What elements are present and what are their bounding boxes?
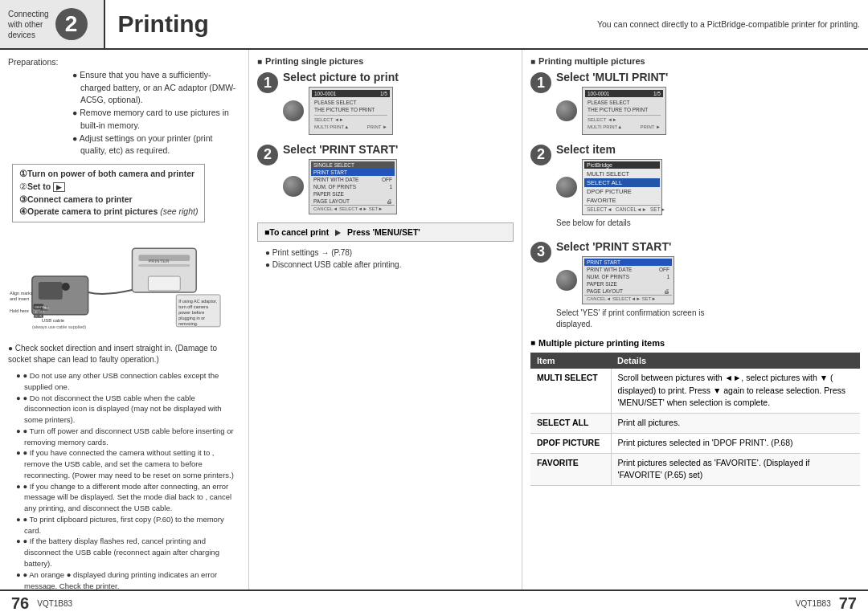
- page-number-right: 77: [839, 594, 857, 613]
- mid-note-0: ● Print settings → (P.78): [265, 247, 514, 259]
- right-screen-3-footer: CANCEL◄ SELECT◄► SET►: [584, 295, 672, 302]
- screen-2-item-5: PAGE LAYOUT🖨: [311, 198, 395, 205]
- svg-text:turn off camera: turn off camera: [178, 304, 209, 309]
- svg-text:If using AC adaptor,: If using AC adaptor,: [178, 299, 217, 304]
- right-step-2: 2 Select item PictBridge MULTI SELECT SE…: [530, 143, 860, 232]
- right-step-2-visual: PictBridge MULTI SELECT SELECT ALL DPOF …: [556, 159, 860, 215]
- table-cell-item-3: FAVORITE: [530, 453, 611, 486]
- menu-item-favorite: FAVORITE: [584, 196, 660, 205]
- right-screen-3-item-3: PAPER SIZE: [584, 280, 672, 288]
- right-screen-3-item-2: NUM. OF PRINTS1: [584, 273, 672, 280]
- main-content: Preparations: Ensure that you have a suf…: [0, 50, 868, 589]
- header-description: You can connect directly to a PictBridge…: [589, 0, 868, 48]
- screen-2-item-1: PRINT START: [311, 169, 395, 176]
- svg-text:removing.: removing.: [178, 321, 198, 326]
- page-title: Printing: [105, 0, 222, 48]
- table-cell-item-2: DPOF PICTURE: [530, 433, 611, 453]
- prep-item-2: Remove memory card to use pictures in bu…: [72, 107, 240, 133]
- menu-item-select-all: SELECT ALL: [584, 178, 660, 187]
- camera-svg: PRINTER USB If using AC adaptor, turn of…: [8, 232, 240, 337]
- table-cell-detail-3: Print pictures selected as 'FAVORITE'. (…: [611, 453, 860, 486]
- svg-text:Hold here: Hold here: [10, 308, 29, 313]
- right-step-3: 3 Select 'PRINT START' PRINT START PRINT…: [530, 240, 860, 330]
- table-cell-detail-1: Print all pictures.: [611, 414, 860, 434]
- step-1-visual: 100-00011/5 PLEASE SELECT THE PICTURE TO…: [283, 87, 514, 135]
- right-screen-2: PictBridge MULTI SELECT SELECT ALL DPOF …: [582, 159, 662, 215]
- svg-text:DC IN: DC IN: [35, 315, 43, 318]
- right-step-number-2: 2: [530, 145, 551, 165]
- right-screen-3: PRINT START PRINT WITH DATEOFF NUM. OF P…: [582, 256, 674, 304]
- right-screen-3-item-4: PAGE LAYOUT🖨: [584, 288, 672, 295]
- right-step-2-title: Select item: [556, 143, 860, 156]
- bottom-note-5: ● To print clipboard pictures, first cop…: [16, 514, 240, 536]
- page-header: Connecting with other devices 2 Printing…: [0, 0, 868, 50]
- screen-2-item-2: PRINT WITH DATEOFF: [311, 176, 395, 183]
- right-step-3-content: Select 'PRINT START' PRINT START PRINT W…: [556, 240, 860, 330]
- right-step-3-title: Select 'PRINT START': [556, 240, 860, 253]
- col-header-details: Details: [611, 353, 860, 369]
- right-column: Printing multiple pictures 1 Select 'MUL…: [522, 50, 868, 589]
- right-step-2-content: Select item PictBridge MULTI SELECT SELE…: [556, 143, 860, 232]
- see-below-text: See below for details: [556, 218, 860, 227]
- bottom-note-0: ● Do not use any other USB connection ca…: [16, 370, 240, 393]
- right-screen-3-item-1: PRINT WITH DATEOFF: [584, 266, 672, 273]
- table-section-header: ■ Multiple picture printing items: [530, 338, 860, 348]
- table-row-0: MULTI SELECTScroll between pictures with…: [530, 369, 860, 414]
- screen-2-item-3: NUM. OF PRINTS1: [311, 183, 395, 190]
- cancel-block: ■To cancel print Press 'MENU/SET': [257, 222, 514, 242]
- mid-note-1: ● Disconnect USB cable after printing.: [265, 259, 514, 271]
- table-row-3: FAVORITEPrint pictures selected as 'FAVO…: [530, 453, 860, 486]
- table-cell-item-0: MULTI SELECT: [530, 369, 611, 414]
- yes-note: Select 'YES' if print confirmation scree…: [556, 308, 717, 330]
- dial-icon-r3: [556, 270, 577, 291]
- right-screen-3-item-0: PRINT START: [584, 259, 672, 266]
- screen-2-footer: CANCEL◄ SELECT◄► SET►: [311, 205, 395, 212]
- step-3: ③Connect camera to printer: [19, 194, 198, 206]
- svg-rect-3: [148, 276, 180, 291]
- screen-2-item-4: PAPER SIZE: [311, 190, 395, 198]
- mid-step-1: 1 Select picture to print 100-00011/5 PL…: [257, 71, 514, 135]
- screen-1: 100-00011/5 PLEASE SELECT THE PICTURE TO…: [309, 87, 393, 135]
- prep-item-1: Ensure that you have a sufficiently-char…: [72, 69, 240, 107]
- menu-item-multi-select: MULTI SELECT: [584, 169, 660, 178]
- chapter-badge: 2: [55, 8, 88, 40]
- items-table: Item Details MULTI SELECTScroll between …: [530, 353, 860, 486]
- step-1-title: Select picture to print: [283, 71, 514, 84]
- bottom-note-3: ● If you have connected the camera witho…: [16, 447, 240, 480]
- menu-item-dpof: DPOF PICTURE: [584, 187, 660, 196]
- svg-text:AV OUT: AV OUT: [35, 311, 46, 314]
- step-1-content: Select picture to print 100-00011/5 PLEA…: [283, 71, 514, 135]
- right-step-number-3: 3: [530, 242, 551, 263]
- bottom-note-7: ● An orange ● displayed during printing …: [16, 569, 240, 589]
- mid-step-2: 2 Select 'PRINT START' SINGLE SELECT PRI…: [257, 143, 514, 214]
- col-header-item: Item: [530, 353, 611, 369]
- step-4: ④Operate camera to print pictures (see r…: [19, 206, 198, 218]
- dial-icon-r1: [556, 100, 577, 121]
- arrow-icon: [335, 230, 341, 236]
- step-number-1: 1: [257, 72, 278, 93]
- table-cell-detail-2: Print pictures selected in 'DPOF PRINT'.…: [611, 433, 860, 453]
- svg-text:DIGITAL: DIGITAL: [35, 305, 47, 309]
- svg-text:and insert: and insert: [10, 296, 29, 301]
- footer-right: VQT1B83 77: [796, 594, 857, 613]
- step-number-2: 2: [257, 145, 278, 165]
- svg-point-7: [62, 283, 70, 291]
- right-step-1: 1 Select 'MULTI PRINT' 100-00011/5 PLEAS…: [530, 71, 860, 135]
- svg-text:PRINTER: PRINTER: [148, 259, 170, 263]
- bottom-note-1: ● Do not disconnect the USB cable when t…: [16, 393, 240, 426]
- screen-2-item-0: SINGLE SELECT: [311, 161, 395, 169]
- table-row-2: DPOF PICTUREPrint pictures selected in '…: [530, 433, 860, 453]
- right-step-3-visual: PRINT START PRINT WITH DATEOFF NUM. OF P…: [556, 256, 860, 304]
- table-cell-item-1: SELECT ALL: [530, 414, 611, 434]
- menu-header: PictBridge: [584, 161, 660, 169]
- left-column: Preparations: Ensure that you have a suf…: [0, 50, 249, 589]
- footer-left: 76 VQT1B83: [11, 594, 72, 613]
- bottom-note-2: ● Turn off power and disconnect USB cabl…: [16, 426, 240, 448]
- right-step-1-title: Select 'MULTI PRINT': [556, 71, 860, 84]
- middle-column: Printing single pictures 1 Select pictur…: [249, 50, 522, 589]
- screen-2: SINGLE SELECT PRINT START PRINT WITH DAT…: [309, 159, 397, 214]
- mid-notes: ● Print settings → (P.78)● Disconnect US…: [257, 247, 514, 271]
- right-step-1-visual: 100-00011/5 PLEASE SELECT THE PICTURE TO…: [556, 87, 860, 135]
- steps-block: ①Turn on power of both camera and printe…: [8, 164, 240, 226]
- svg-text:plugging in or: plugging in or: [178, 316, 205, 320]
